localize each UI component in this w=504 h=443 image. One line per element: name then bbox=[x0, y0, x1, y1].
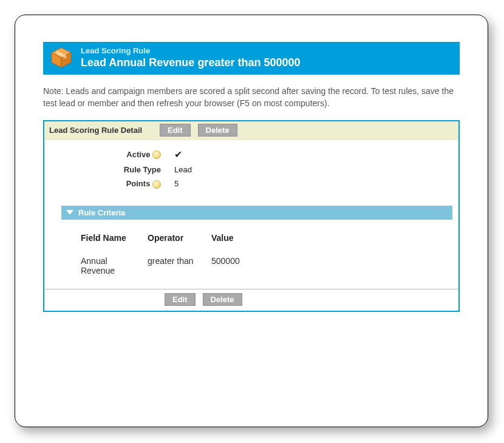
criteria-header-row: Field Name Operator Value bbox=[81, 231, 446, 254]
field-label-active: Active bbox=[126, 150, 150, 159]
detail-box: Lead Scoring Rule Detail Edit Delete Act… bbox=[43, 120, 460, 312]
package-icon bbox=[49, 46, 73, 70]
edit-button[interactable]: Edit bbox=[160, 124, 191, 137]
help-icon[interactable] bbox=[152, 180, 161, 189]
criteria-cell-value: 500000 bbox=[211, 254, 446, 278]
field-label-ruletype: Rule Type bbox=[124, 165, 161, 174]
field-row-points: Points 5 bbox=[44, 177, 458, 191]
field-row-active: Active ✔ bbox=[44, 146, 458, 163]
chevron-down-icon bbox=[66, 210, 73, 215]
criteria-heading: Rule Criteria bbox=[78, 208, 125, 217]
delete-button[interactable]: Delete bbox=[198, 124, 237, 137]
field-value-points: 5 bbox=[166, 179, 179, 188]
criteria-col-value: Value bbox=[211, 231, 446, 254]
criteria-cell-operator: greater than bbox=[148, 254, 211, 278]
table-row: Annual Revenue greater than 500000 bbox=[81, 254, 446, 278]
criteria-col-field: Field Name bbox=[81, 231, 148, 254]
criteria-table: Field Name Operator Value Annual Revenue… bbox=[44, 220, 458, 289]
page-card: Lead Scoring Rule Lead Annual Revenue gr… bbox=[15, 15, 488, 427]
field-value-ruletype: Lead bbox=[166, 165, 192, 174]
field-row-ruletype: Rule Type Lead bbox=[44, 163, 458, 177]
help-icon[interactable] bbox=[152, 150, 161, 159]
criteria-cell-field: Annual Revenue bbox=[81, 254, 148, 278]
field-label-points: Points bbox=[126, 179, 151, 188]
detail-fields: Active ✔ Rule Type Lead Points bbox=[44, 140, 458, 202]
detail-header: Lead Scoring Rule Detail Edit Delete bbox=[44, 121, 458, 140]
detail-footer: Edit Delete bbox=[44, 289, 458, 311]
edit-button[interactable]: Edit bbox=[165, 293, 196, 306]
field-value-active: ✔ bbox=[166, 149, 182, 160]
criteria-section-header[interactable]: Rule Criteria bbox=[61, 206, 452, 220]
criteria-col-operator: Operator bbox=[148, 231, 211, 254]
banner-kicker: Lead Scoring Rule bbox=[81, 46, 300, 56]
detail-header-title: Lead Scoring Rule Detail bbox=[49, 126, 152, 135]
banner-title: Lead Annual Revenue greater than 500000 bbox=[81, 56, 300, 70]
delete-button[interactable]: Delete bbox=[203, 293, 242, 306]
page-note: Note: Leads and campaign members are sco… bbox=[43, 86, 460, 109]
page-banner: Lead Scoring Rule Lead Annual Revenue gr… bbox=[43, 42, 460, 75]
